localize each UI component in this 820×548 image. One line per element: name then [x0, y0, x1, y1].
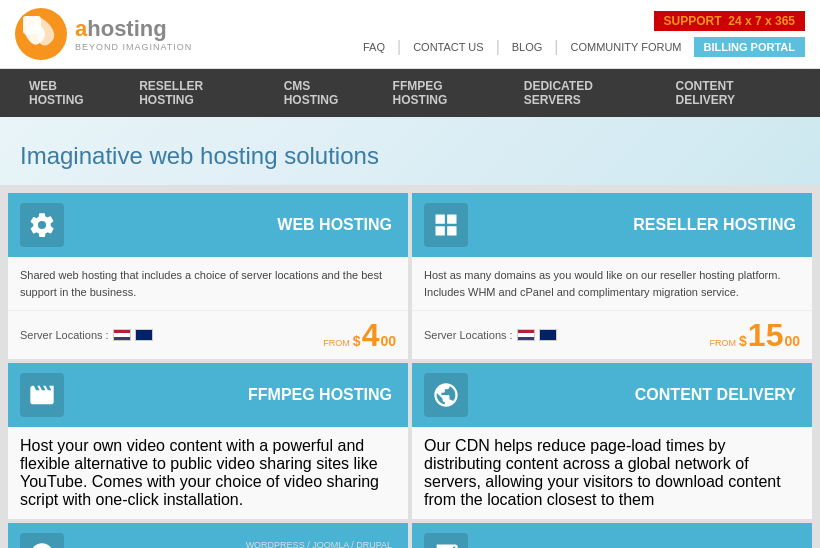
reseller-hosting-desc: Host as many domains as you would like o… [424, 267, 800, 300]
header: ahosting BEYOND IMAGINATION SUPPORT 24 x… [0, 0, 820, 69]
reseller-hosting-title: RESELLER HOSTING [468, 216, 800, 234]
cms-hosting-header: WORDPRESS / JOOMLA / DRUPAL CMS HOSTING [8, 523, 408, 548]
price-from-r: FROM [710, 338, 737, 348]
price-from: FROM [323, 338, 350, 348]
nav-reseller-hosting[interactable]: RESELLER HOSTING [125, 69, 270, 117]
ffmpeg-hosting-card: FFMPEG HOSTING Host your own video conte… [8, 363, 408, 519]
server-locations-reseller: Server Locations : [424, 329, 557, 341]
price-dollar: $ [353, 334, 361, 348]
server-locations-web: Server Locations : [20, 329, 153, 341]
web-hosting-card: WEB HOSTING Shared web hosting that incl… [8, 193, 408, 359]
web-hosting-footer: Server Locations : FROM $ 4 00 [8, 310, 408, 359]
content-delivery-title: CONTENT DELIVERY [468, 386, 800, 404]
price-main-r: 15 [748, 319, 784, 351]
cms-hosting-titles: WORDPRESS / JOOMLA / DRUPAL CMS HOSTING [64, 540, 396, 549]
logo-text: ahosting BEYOND IMAGINATION [75, 16, 192, 52]
logo-area: ahosting BEYOND IMAGINATION [15, 8, 192, 60]
hero-section: Imaginative web hosting solutions [0, 117, 820, 185]
content-delivery-desc: Our CDN helps reduce page-load times by … [424, 437, 800, 509]
nav-web-hosting[interactable]: WEB HOSTING [15, 69, 125, 117]
price-cents-r: 00 [784, 334, 800, 348]
hero-title: Imaginative web hosting solutions [20, 142, 800, 170]
ffmpeg-hosting-title: FFMPEG HOSTING [64, 386, 396, 404]
nav-cms-hosting[interactable]: CMS HOSTING [270, 69, 379, 117]
reseller-hosting-footer: Server Locations : FROM $ 15 00 [412, 310, 812, 359]
logo-name: ahosting [75, 16, 192, 42]
web-hosting-price: FROM $ 4 00 [323, 319, 396, 351]
web-hosting-desc: Shared web hosting that includes a choic… [20, 267, 396, 300]
price-cents: 00 [380, 334, 396, 348]
logo-icon [15, 8, 67, 60]
reseller-hosting-card: RESELLER HOSTING Host as many domains as… [412, 193, 812, 359]
gear-icon [20, 203, 64, 247]
price-dollar-r: $ [739, 334, 747, 348]
cards-grid: WEB HOSTING Shared web hosting that incl… [0, 185, 820, 548]
logo-rest: hosting [87, 16, 166, 41]
nav-dedicated-servers[interactable]: DEDICATED SERVERS [510, 69, 662, 117]
nav-contact[interactable]: CONTACT US [405, 38, 492, 56]
ffmpeg-hosting-desc: Host your own video content with a power… [20, 437, 396, 509]
grid-icon [424, 203, 468, 247]
ffmpeg-hosting-body: Host your own video content with a power… [8, 427, 408, 519]
server-loc-label-r: Server Locations : [424, 329, 513, 341]
film-icon [20, 373, 64, 417]
main-nav: WEB HOSTING RESELLER HOSTING CMS HOSTING… [0, 69, 820, 117]
logo-tagline: BEYOND IMAGINATION [75, 42, 192, 52]
price-main: 4 [362, 319, 380, 351]
nav-blog[interactable]: BLOG [504, 38, 551, 56]
nav-faq[interactable]: FAQ [355, 38, 393, 56]
nav-content-delivery[interactable]: CONTENT DELIVERY [662, 69, 805, 117]
server-icon [424, 533, 468, 548]
content-delivery-card: CONTENT DELIVERY Our CDN helps reduce pa… [412, 363, 812, 519]
logo-a: a [75, 16, 87, 41]
globe-icon [424, 373, 468, 417]
reseller-hosting-body: Host as many domains as you would like o… [412, 257, 812, 310]
flag-uk-icon [539, 329, 557, 341]
support-badge: SUPPORT 24 x 7 x 365 [654, 11, 805, 31]
ffmpeg-hosting-header: FFMPEG HOSTING [8, 363, 408, 427]
top-nav: FAQ | CONTACT US | BLOG | COMMUNITY FORU… [355, 37, 805, 57]
header-right: SUPPORT 24 x 7 x 365 FAQ | CONTACT US | … [355, 11, 805, 57]
support-hours: 24 x 7 x 365 [728, 14, 795, 28]
web-hosting-header: WEB HOSTING [8, 193, 408, 257]
reseller-hosting-price: FROM $ 15 00 [710, 319, 800, 351]
cms-hosting-card: WORDPRESS / JOOMLA / DRUPAL CMS HOSTING … [8, 523, 408, 548]
support-label: SUPPORT [664, 14, 722, 28]
reseller-hosting-header: RESELLER HOSTING [412, 193, 812, 257]
billing-portal-button[interactable]: BILLING PORTAL [694, 37, 805, 57]
content-delivery-header: CONTENT DELIVERY [412, 363, 812, 427]
svg-rect-1 [23, 16, 41, 34]
flag-us-icon [517, 329, 535, 341]
nav-community[interactable]: COMMUNITY FORUM [563, 38, 690, 56]
web-hosting-body: Shared web hosting that includes a choic… [8, 257, 408, 310]
dedicated-servers-header: DEDICATED SERVERS [412, 523, 812, 548]
web-hosting-title: WEB HOSTING [64, 216, 396, 234]
server-loc-label: Server Locations : [20, 329, 109, 341]
cms-icon [20, 533, 64, 548]
nav-ffmpeg-hosting[interactable]: FFMPEG HOSTING [379, 69, 510, 117]
cms-subtitle: WORDPRESS / JOOMLA / DRUPAL [64, 540, 392, 549]
flag-uk-icon [135, 329, 153, 341]
dedicated-servers-card: DEDICATED SERVERS Powerful enterprise-gr… [412, 523, 812, 548]
content-delivery-body: Our CDN helps reduce page-load times by … [412, 427, 812, 519]
flag-us-icon [113, 329, 131, 341]
